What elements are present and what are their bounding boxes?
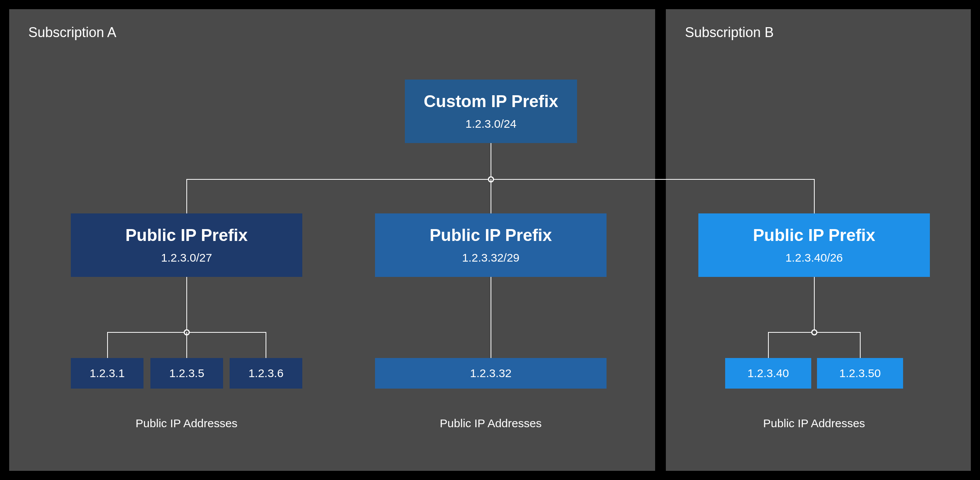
ip-address-value: 1.2.3.5 (169, 367, 204, 380)
node-title: Custom IP Prefix (424, 92, 558, 111)
ip-address-node: 1.2.3.32 (375, 358, 607, 389)
connector-line (860, 332, 861, 358)
node-cidr: 1.2.3.40/26 (785, 251, 843, 264)
public-ip-prefix-node-3: Public IP Prefix 1.2.3.40/26 (698, 213, 930, 277)
ip-address-value: 1.2.3.50 (839, 367, 881, 380)
connector-line (186, 332, 187, 358)
connector-line (186, 179, 187, 213)
custom-ip-prefix-node: Custom IP Prefix 1.2.3.0/24 (405, 80, 577, 143)
addresses-caption: Public IP Addresses (71, 417, 302, 430)
connector-line (491, 143, 491, 179)
node-title: Public IP Prefix (126, 226, 248, 244)
public-ip-prefix-node-2: Public IP Prefix 1.2.3.32/29 (375, 213, 607, 277)
connector-junction (811, 329, 817, 335)
addresses-caption: Public IP Addresses (698, 417, 930, 430)
public-ip-prefix-node-1: Public IP Prefix 1.2.3.0/27 (71, 213, 302, 277)
diagram-canvas: Subscription A Subscription B Custom IP … (0, 0, 980, 480)
connector-line (814, 179, 815, 213)
ip-address-value: 1.2.3.32 (470, 367, 511, 380)
ip-address-node: 1.2.3.40 (725, 358, 811, 389)
node-cidr: 1.2.3.0/27 (161, 251, 212, 264)
subscription-b-title: Subscription B (685, 24, 774, 41)
ip-address-node: 1.2.3.50 (817, 358, 903, 389)
addresses-caption: Public IP Addresses (375, 417, 607, 430)
connector-line (107, 332, 108, 358)
connector-line (186, 179, 815, 180)
node-title: Public IP Prefix (753, 226, 876, 244)
subscription-a-title: Subscription A (28, 24, 116, 41)
ip-address-value: 1.2.3.40 (747, 367, 789, 380)
connector-line (814, 277, 815, 332)
ip-address-value: 1.2.3.1 (90, 367, 125, 380)
node-title: Public IP Prefix (430, 226, 552, 244)
connector-line (186, 277, 187, 332)
connector-line (768, 332, 769, 358)
connector-line (491, 277, 491, 358)
ip-address-node: 1.2.3.6 (230, 358, 302, 389)
node-cidr: 1.2.3.0/24 (465, 117, 516, 130)
ip-address-value: 1.2.3.6 (248, 367, 284, 380)
ip-address-node: 1.2.3.1 (71, 358, 143, 389)
ip-address-node: 1.2.3.5 (150, 358, 223, 389)
connector-line (491, 179, 491, 213)
connector-line (266, 332, 266, 358)
node-cidr: 1.2.3.32/29 (462, 251, 519, 264)
